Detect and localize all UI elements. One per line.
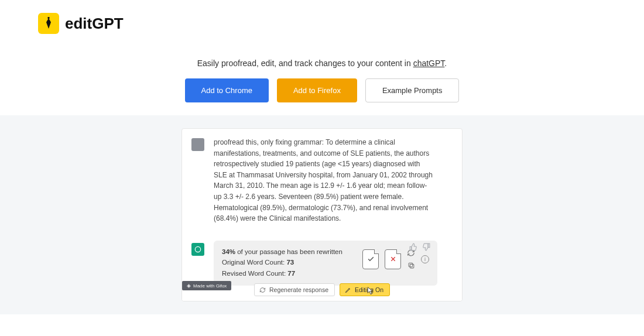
orig-label: Original Word Count: — [222, 259, 286, 266]
brand-name: editGPT — [65, 15, 124, 33]
accept-doc-icon[interactable] — [362, 249, 379, 269]
made-with-badge: ◈ Made with Gifox — [182, 281, 231, 290]
orig-val: 73 — [286, 259, 294, 266]
bot-avatar — [191, 243, 204, 256]
badge-text: Made with Gifox — [193, 283, 227, 289]
rev-label: Revised Word Count: — [222, 270, 287, 277]
rewrite-percent: 34% — [222, 248, 235, 255]
chat-panel: proofread this, only fixing grammar: To … — [181, 128, 463, 301]
feedback-row — [409, 243, 430, 253]
tagline-prefix: Easily proofread, edit, and track change… — [197, 59, 413, 68]
regenerate-response-button[interactable]: Regenerate response — [254, 283, 335, 296]
example-prompts-button[interactable]: Example Prompts — [365, 78, 460, 102]
rev-val: 77 — [287, 270, 295, 277]
svg-point-1 — [195, 246, 200, 252]
openai-icon — [194, 245, 202, 253]
reject-doc-icon[interactable] — [385, 249, 401, 269]
tagline: Easily proofread, edit, and track change… — [0, 59, 644, 68]
pencil-icon — [345, 287, 351, 293]
user-message-text: proofread this, only fixing grammar: To … — [214, 137, 433, 224]
rewrite-suffix: of your passage has been rewritten — [235, 248, 342, 255]
user-message-row: proofread this, only fixing grammar: To … — [182, 129, 462, 232]
thumbs-up-icon[interactable] — [409, 243, 417, 253]
user-avatar — [191, 138, 204, 151]
info-icon[interactable]: i — [421, 255, 429, 263]
mouse-cursor-icon — [367, 287, 374, 297]
regenerate-icon — [259, 287, 266, 293]
editing-on-toggle[interactable]: Editing On — [340, 283, 390, 296]
add-to-chrome-button[interactable]: Add to Chrome — [185, 78, 269, 102]
add-to-firefox-button[interactable]: Add to Firefox — [277, 78, 357, 102]
thumbs-down-icon[interactable] — [422, 243, 430, 253]
pen-icon — [43, 17, 54, 30]
tagline-suffix: . — [444, 59, 447, 68]
regenerate-label: Regenerate response — [269, 286, 328, 293]
stats-box: 34% of your passage has been rewritten O… — [214, 241, 437, 286]
logo-mark — [38, 13, 59, 34]
svg-rect-0 — [48, 17, 50, 19]
copy-icon[interactable] — [407, 262, 415, 270]
svg-rect-2 — [410, 265, 414, 269]
svg-rect-3 — [409, 263, 413, 267]
tagline-link[interactable]: chatGPT — [413, 59, 445, 68]
